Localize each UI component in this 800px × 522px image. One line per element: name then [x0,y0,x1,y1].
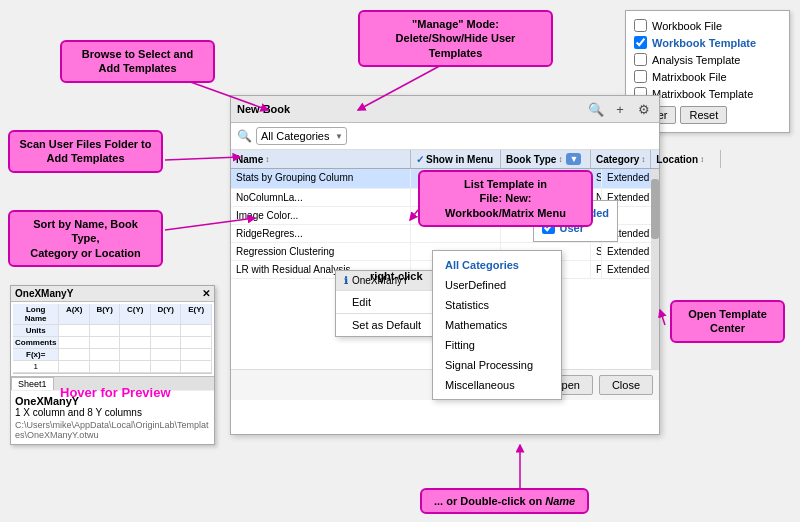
row5-name: Regression Clustering [231,243,411,260]
r1-d [151,361,182,373]
location-column-header[interactable]: Location ↕ [651,150,721,168]
search-icon-small: 🔍 [237,129,252,143]
category-column-header[interactable]: Category ↕ [591,150,651,168]
preview-panel: OneXManyY ✕ Long Name A(X) B(Y) C(Y) D(Y… [10,285,215,445]
workbook-file-checkbox[interactable] [634,19,647,32]
book-type-sort-icon[interactable]: ↕ [558,155,562,164]
cell-e-fx [181,349,212,361]
list-template-callout: List Template inFile: New:Workbook/Matri… [418,170,593,227]
add-icon[interactable]: + [611,100,629,118]
sheet1-tab[interactable]: Sheet1 [11,377,54,390]
cell-e-units [181,325,212,337]
category-col-label: Category [596,154,639,165]
sort-callout: Sort by Name, Book Type,Category or Loca… [8,210,163,267]
userdefined-item[interactable]: UserDefined [433,275,561,295]
analysis-template-label: Analysis Template [652,54,740,66]
statistics-item[interactable]: Statistics [433,295,561,315]
row2-name: NoColumnLa... [231,189,411,206]
workbook-template-label: Workbook Template [652,37,756,49]
analysis-template-item[interactable]: Analysis Template [634,53,781,66]
col-header-d: D(Y) [151,304,182,325]
fitting-item[interactable]: Fitting [433,335,561,355]
reset-button[interactable]: Reset [680,106,727,124]
expand-arrow-icon[interactable]: ▼ [566,153,581,165]
r1-e [181,361,212,373]
preview-close-icon[interactable]: ✕ [202,288,210,299]
name-sort-icon[interactable]: ↕ [265,155,269,164]
name-column-header[interactable]: Name ↕ [231,150,411,168]
cell-c-comm [120,337,151,349]
row4-show [411,225,501,242]
location-col-label: Location [656,154,698,165]
browse-callout: Browse to Select andAdd Templates [60,40,215,83]
cell-d-fx [151,349,182,361]
scan-callout: Scan User Files Folder toAdd Templates [8,130,163,173]
cell-d-units [151,325,182,337]
workbook-template-checkbox[interactable] [634,36,647,49]
preview-header: OneXManyY ✕ [11,286,214,302]
row-comments: Comments [13,337,59,349]
miscellaneous-item[interactable]: Miscellaneous [433,375,561,395]
preview-grid-container: Long Name A(X) B(Y) C(Y) D(Y) E(Y) Units… [11,302,214,376]
signal-processing-item[interactable]: Signal Processing [433,355,561,375]
cell-e-comm [181,337,212,349]
double-click-text: ... or Double-click on Name [434,495,575,507]
category-dropdown-wrap[interactable]: All Categories [256,127,347,145]
hover-preview-label: Hover for Preview [60,385,171,400]
row1-name: Stats by Grouping Column [231,169,411,188]
search-icon[interactable]: 🔍 [587,100,605,118]
right-click-label: right-click [370,270,423,282]
col-header-b: B(Y) [90,304,121,325]
gear-icon[interactable]: ⚙ [635,100,653,118]
preview-description: 1 X column and 8 Y columns [15,407,210,418]
col-header-c: C(Y) [120,304,151,325]
mathematics-item[interactable]: Mathematics [433,315,561,335]
scrollbar-thumb[interactable] [651,179,659,239]
row-filter: F(x)= [13,349,59,361]
open-template-center-callout: Open TemplateCenter [670,300,785,343]
row1-label: 1 [13,361,59,373]
cell-a-fx [59,349,90,361]
row6-category: Fitting [591,261,602,278]
preview-grid: Long Name A(X) B(Y) C(Y) D(Y) E(Y) Units… [13,304,212,374]
panel-title: New Book [237,103,581,115]
r1-a [59,361,90,373]
col-header-long: Long Name [13,304,59,325]
analysis-template-checkbox[interactable] [634,53,647,66]
panel-toolbar: New Book 🔍 + ⚙ [231,96,659,123]
workbook-template-item[interactable]: Workbook Template [634,36,781,49]
show-in-menu-checkbox-header[interactable]: ✓ [416,154,424,165]
r1-c [120,361,151,373]
workbook-file-item[interactable]: Workbook File [634,19,781,32]
cell-b-units [90,325,121,337]
col-header-e: E(Y) [181,304,212,325]
close-button[interactable]: Close [599,375,653,395]
cell-c-units [120,325,151,337]
matrixbook-file-item[interactable]: Matrixbook File [634,70,781,83]
cell-b-fx [90,349,121,361]
info-icon: ℹ [344,275,348,286]
r1-b [90,361,121,373]
svg-line-5 [660,310,665,325]
book-type-column-header[interactable]: Book Type ↕ ▼ [501,150,591,168]
matrixbook-file-checkbox[interactable] [634,70,647,83]
matrixbook-file-label: Matrixbook File [652,71,727,83]
category-sort-icon[interactable]: ↕ [641,155,645,164]
category-dropdown[interactable]: All Categories [256,127,347,145]
cell-d-comm [151,337,182,349]
preview-path: C:\Users\mike\AppData\Local\OriginLab\Te… [15,420,210,440]
workbook-file-label: Workbook File [652,20,722,32]
location-sort-icon[interactable]: ↕ [700,155,704,164]
show-in-menu-column-header[interactable]: ✓ Show in Menu [411,150,501,168]
row4-name: RidgeRegres... [231,225,411,242]
name-col-label: Name [236,154,263,165]
scrollbar[interactable] [651,169,659,369]
col-header-a: A(X) [59,304,90,325]
row5-category: Statistics [591,243,602,260]
row-units: Units [13,325,59,337]
row3-name: Image Color... [231,207,411,224]
category-popup: All Categories UserDefined Statistics Ma… [432,250,562,400]
all-categories-item[interactable]: All Categories [433,255,561,275]
cell-a-units [59,325,90,337]
table-header: Name ↕ ✓ Show in Menu Book Type ↕ ▼ Cate… [231,150,659,169]
